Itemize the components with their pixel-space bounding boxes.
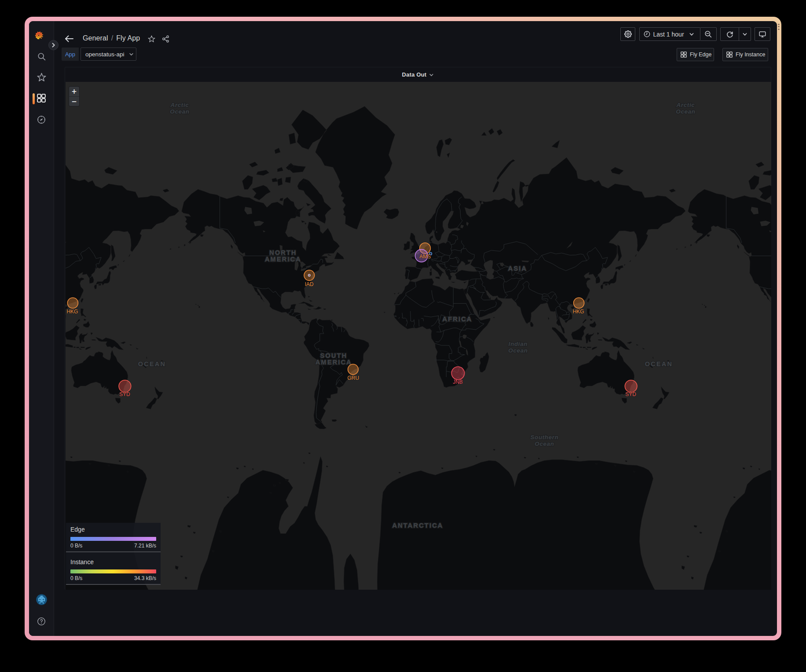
refresh-icon[interactable] [721, 31, 739, 38]
frame-dot [778, 24, 779, 25]
marker-edge[interactable] [308, 274, 311, 276]
dashboard-header: General/Fly App Last 1 hour [54, 21, 777, 46]
map-label: ArcticOcean [170, 102, 189, 115]
legend-instance: Instance0 B/s34.3 kB/s [66, 552, 161, 585]
frame-dot [778, 26, 779, 27]
star-icon[interactable] [37, 73, 46, 82]
breadcrumb[interactable]: General/Fly App [83, 34, 140, 42]
time-range-label: Last 1 hour [653, 31, 684, 38]
marker-HKG[interactable] [67, 298, 78, 308]
search-icon[interactable] [37, 52, 46, 61]
fly-instance-link[interactable]: Fly Instance [722, 48, 768, 61]
apps-icon[interactable] [37, 94, 46, 103]
map-label: IndianOcean [508, 341, 528, 354]
sidebar-expand-button[interactable] [48, 40, 59, 50]
tv-mode-button[interactable] [755, 27, 770, 41]
map-label: OCEAN [645, 360, 673, 367]
legend-min: 0 B/s [70, 575, 82, 581]
map-zoom-control: + − [69, 87, 79, 106]
legend-max: 7.21 kB/s [134, 543, 156, 549]
panel-title[interactable]: Data Out [402, 71, 427, 78]
map-label: OCEAN [138, 360, 166, 367]
marker-label: SYD [625, 391, 636, 397]
variable-value: openstatus-api [85, 51, 125, 58]
legend-minmax: 0 B/s7.21 kB/s [70, 543, 156, 549]
marker-label: HKG [66, 308, 78, 315]
legend-title: Instance [70, 558, 156, 566]
legend-max: 34.3 kB/s [134, 575, 156, 581]
sidebar [29, 21, 54, 636]
legend-min: 0 B/s [70, 543, 82, 549]
panel-menu-chevron[interactable] [429, 73, 434, 77]
avatar[interactable] [36, 594, 47, 605]
marker-label: HKG [573, 308, 584, 315]
legend-gradient-bar [70, 537, 156, 541]
geomap[interactable]: ArcticOceanArcticOceanNORTHAMERICAASIAAF… [66, 82, 771, 590]
map-label: NORTHAMERICA [265, 249, 301, 263]
refresh-interval-dropdown[interactable] [739, 32, 751, 37]
breadcrumb-folder[interactable]: General [83, 34, 108, 42]
breadcrumb-separator: / [108, 34, 117, 42]
legend-minmax: 0 B/s34.3 kB/s [70, 575, 156, 581]
compass-icon[interactable] [37, 115, 46, 124]
map-label: ANTARCTICA [392, 522, 443, 529]
variable-value-dropdown[interactable]: openstatus-api [81, 48, 136, 61]
marker-label: AMS [419, 253, 431, 260]
window-frame: General/Fly App Last 1 hour App [25, 17, 781, 640]
marker-JNB[interactable] [451, 367, 464, 379]
time-range-picker[interactable]: Last 1 hour [639, 27, 700, 41]
back-arrow-button[interactable] [62, 32, 76, 46]
star-dashboard-icon[interactable] [148, 35, 155, 43]
map-zoom-out-button[interactable]: − [69, 96, 79, 106]
panel-header[interactable]: Data Out [65, 67, 771, 82]
frame-dot [778, 29, 779, 30]
share-icon[interactable] [162, 35, 169, 43]
map-label: ArcticOcean [676, 102, 695, 115]
apps-icon [681, 51, 687, 58]
dashboard-settings-button[interactable] [620, 27, 635, 41]
page: General/Fly App Last 1 hour App [0, 0, 806, 672]
grafana-logo[interactable] [34, 29, 44, 40]
geomap-panel: Data Out ArcticOceanArcticOceanNORTHAMER… [65, 67, 771, 590]
marker-label: IAD [305, 281, 314, 287]
refresh-button-group[interactable] [720, 27, 751, 41]
map-legend: Edge0 B/s7.21 kB/sInstance0 B/s34.3 kB/s [66, 523, 161, 585]
map-label: SOUTHAMERICA [315, 352, 352, 366]
map-zoom-in-button[interactable]: + [69, 87, 79, 96]
variable-label-text: App [65, 51, 75, 58]
legend-title: Edge [70, 526, 156, 533]
submenu: App openstatus-api Fly Edge Fly Instance [54, 46, 777, 67]
marker-label: GRU [347, 375, 359, 381]
fly-edge-label: Fly Edge [690, 51, 711, 58]
chevron-down-icon [129, 52, 134, 57]
breadcrumb-dashboard: Fly App [116, 34, 140, 42]
marker-SYD[interactable] [119, 380, 131, 393]
map-canvas[interactable]: ArcticOceanArcticOceanNORTHAMERICAASIAAF… [66, 82, 771, 590]
fly-instance-label: Fly Instance [736, 51, 765, 58]
grafana-window: General/Fly App Last 1 hour App [29, 21, 777, 636]
legend-gradient-bar [70, 569, 156, 573]
marker-GRU[interactable] [348, 364, 359, 375]
apps-icon [726, 51, 733, 58]
marker-SYD[interactable] [625, 380, 637, 393]
chevron-down-icon [689, 32, 694, 37]
marker-label: SYD [119, 391, 130, 397]
map-label: AFRICA [443, 316, 473, 323]
marker-HKG[interactable] [574, 298, 584, 308]
sidebar-active-indicator [33, 93, 35, 104]
marker-label: JNB [453, 379, 463, 385]
legend-edge: Edge0 B/s7.21 kB/s [66, 523, 161, 552]
help-icon[interactable] [37, 617, 46, 626]
fly-edge-link[interactable]: Fly Edge [677, 48, 714, 61]
variable-label: App [62, 48, 79, 61]
zoom-out-time-button[interactable] [700, 27, 717, 41]
clock-icon [644, 31, 650, 37]
map-label: ASIA [508, 265, 527, 272]
